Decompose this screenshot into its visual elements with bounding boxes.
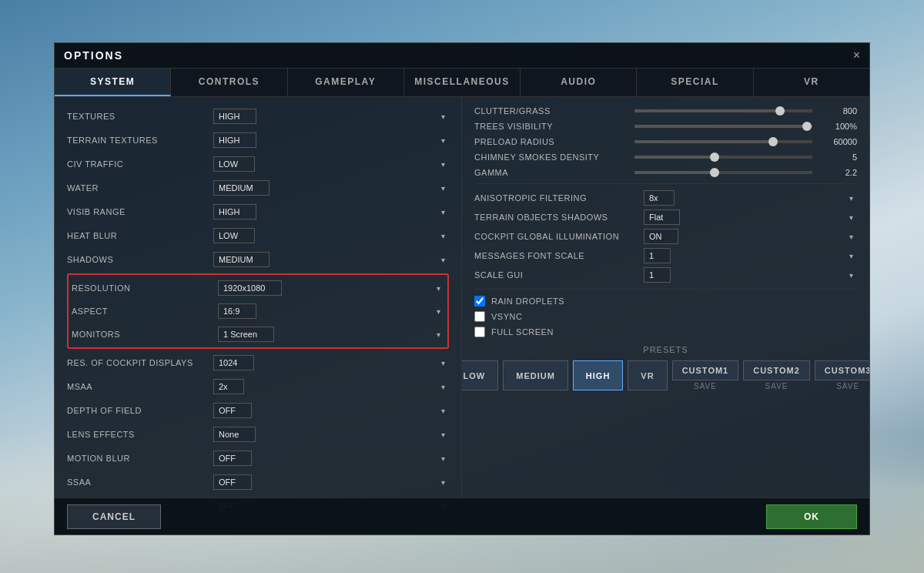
select-anisotropic[interactable]: 8x xyxy=(644,190,675,206)
slider-value-trees: 100% xyxy=(819,122,857,131)
slider-thumb-trees[interactable] xyxy=(802,122,812,131)
slider-thumb-gamma[interactable] xyxy=(710,168,719,177)
slider-fill-preload xyxy=(634,140,773,143)
select-aspect[interactable]: 16:9 xyxy=(218,303,256,319)
slider-thumb-chimney[interactable] xyxy=(710,152,719,162)
label-resolution: RESOLUTION xyxy=(72,283,218,293)
select-civ-traffic[interactable]: LOW xyxy=(213,156,255,172)
preset-btn-custom3[interactable]: Custom3 xyxy=(815,360,869,380)
slider-row-trees: TREES VISIBILITY 100% xyxy=(474,122,857,131)
checkbox-fullscreen[interactable] xyxy=(474,327,485,337)
select-wrapper-font-scale: 1 xyxy=(644,248,857,263)
preset-btn-custom1[interactable]: Custom1 xyxy=(672,360,739,380)
save-link-custom1[interactable]: SAVE xyxy=(694,382,717,390)
setting-row-visib-range: VISIB RANGE HIGH xyxy=(67,202,449,222)
label-terrain-shadows: Terrain Objects Shadows xyxy=(474,213,644,222)
slider-track-gamma[interactable] xyxy=(634,171,812,174)
tab-special[interactable]: SPECIAL xyxy=(637,69,753,96)
slider-value-clutter: 800 xyxy=(819,106,857,116)
setting-row-cockpit-displays: RES. OF COCKPIT DISPLAYS 1024 xyxy=(67,353,449,373)
select-wrapper-shadows: MEDIUM xyxy=(213,252,449,267)
preset-btn-medium[interactable]: MEDIUM xyxy=(503,360,568,390)
label-civ-traffic: CIV TRAFFIC xyxy=(67,159,213,169)
select-resolution[interactable]: 1920x1080 xyxy=(218,280,282,296)
slider-thumb-preload[interactable] xyxy=(768,137,778,146)
preset-btn-low[interactable]: LOW xyxy=(462,360,498,390)
content-area: TEXTURES HIGH TERRAIN TEXTURES HIGH CIV … xyxy=(55,97,869,519)
slider-track-trees[interactable] xyxy=(634,125,812,128)
slider-track-clutter[interactable] xyxy=(634,109,812,112)
setting-row-heat-blur: HEAT BLUR LOW xyxy=(67,226,449,246)
select-lens-effects[interactable]: None xyxy=(213,427,256,442)
preset-btn-high[interactable]: HIGH xyxy=(573,360,624,390)
tab-controls[interactable]: CONTROLS xyxy=(171,69,287,96)
checkbox-row-vsync: VSYNC xyxy=(474,311,857,322)
select-terrain-textures[interactable]: HIGH xyxy=(213,132,256,148)
tab-miscellaneous[interactable]: MISCELLANEOUS xyxy=(404,69,521,96)
highlighted-resolution-group: RESOLUTION 1920x1080 ASPECT 16:9 xyxy=(67,273,449,349)
select-terrain-shadows[interactable]: Flat xyxy=(644,209,680,225)
checkbox-rain[interactable] xyxy=(474,296,485,307)
select-wrapper-heat-blur: LOW xyxy=(213,228,449,243)
label-vsync: VSYNC xyxy=(491,312,522,321)
label-terrain-textures: TERRAIN TEXTURES xyxy=(67,136,213,145)
slider-row-preload: PRELOAD RADIUS 60000 xyxy=(474,137,857,146)
select-monitors[interactable]: 1 Screen xyxy=(218,327,274,342)
preset-btn-custom2[interactable]: Custom2 xyxy=(743,360,810,380)
label-lens-effects: LENS EFFECTS xyxy=(67,430,213,439)
left-panel: TEXTURES HIGH TERRAIN TEXTURES HIGH CIV … xyxy=(55,97,462,519)
select-ssaa[interactable]: OFF xyxy=(213,474,252,490)
setting-row-resolution: RESOLUTION 1920x1080 xyxy=(72,278,444,298)
label-anisotropic: ANISOTROPIC FILTERING xyxy=(474,193,644,203)
slider-thumb-clutter[interactable] xyxy=(775,106,785,116)
custom-btn-group-1: Custom1 SAVE xyxy=(672,360,739,390)
select-cockpit-displays[interactable]: 1024 xyxy=(213,355,254,370)
right-panel: CLUTTER/GRASS 800 TREES VISIBILITY 100% … xyxy=(462,97,869,519)
label-aspect: ASPECT xyxy=(72,307,218,316)
label-heat-blur: HEAT BLUR xyxy=(67,231,213,240)
save-link-custom2[interactable]: SAVE xyxy=(765,382,788,390)
slider-track-chimney[interactable] xyxy=(634,156,812,159)
label-ssaa: SSAA xyxy=(67,478,213,487)
setting-row-civ-traffic: CIV TRAFFIC LOW xyxy=(67,154,449,174)
select-scale-gui[interactable]: 1 xyxy=(644,267,671,283)
select-visib-range[interactable]: HIGH xyxy=(213,204,256,219)
label-cockpit-displays: RES. OF COCKPIT DISPLAYS xyxy=(67,358,213,367)
checkbox-vsync[interactable] xyxy=(474,311,485,322)
save-link-custom3[interactable]: SAVE xyxy=(836,382,859,390)
label-shadows: SHADOWS xyxy=(67,255,213,264)
setting-row-monitors: MONITORS 1 Screen xyxy=(72,324,444,344)
select-wrapper-monitors: 1 Screen xyxy=(218,327,444,342)
select-font-scale[interactable]: 1 xyxy=(644,248,671,263)
slider-track-preload[interactable] xyxy=(634,140,812,143)
select-wrapper-civ-traffic: LOW xyxy=(213,156,449,172)
select-depth-of-field[interactable]: OFF xyxy=(213,403,252,418)
select-wrapper-ssaa: OFF xyxy=(213,474,449,490)
slider-label-gamma: GAMMA xyxy=(474,168,628,177)
tab-gameplay[interactable]: GAMEPLAY xyxy=(288,69,404,96)
tab-system[interactable]: SYSTEM xyxy=(55,69,171,96)
slider-label-chimney: CHIMNEY SMOKES DENSITY xyxy=(474,152,628,162)
dropdown-row-scale-gui: SCALE GUI 1 xyxy=(474,267,857,283)
select-wrapper-cockpit-displays: 1024 xyxy=(213,355,449,370)
select-cockpit-illumination[interactable]: ON xyxy=(644,229,678,244)
select-msaa[interactable]: 2x xyxy=(213,379,244,394)
ok-button[interactable]: OK xyxy=(766,504,857,529)
select-shadows[interactable]: MEDIUM xyxy=(213,252,270,267)
select-wrapper-scale-gui: 1 xyxy=(644,267,857,283)
tab-vr[interactable]: VR xyxy=(754,69,869,96)
select-textures[interactable]: HIGH xyxy=(213,109,256,124)
label-water: WATER xyxy=(67,183,213,193)
close-button[interactable]: × xyxy=(853,49,860,62)
setting-row-shadows: SHADOWS MEDIUM xyxy=(67,250,449,270)
checkbox-row-fullscreen: FULL SCREEN xyxy=(474,327,857,337)
select-heat-blur[interactable]: LOW xyxy=(213,228,255,243)
select-motion-blur[interactable]: OFF xyxy=(213,451,252,466)
label-cockpit-illumination: COCKPIT GLOBAL ILLUMINATION xyxy=(474,232,644,241)
tab-audio[interactable]: AUDIO xyxy=(521,69,637,96)
dropdown-row-terrain-shadows: Terrain Objects Shadows Flat xyxy=(474,209,857,225)
setting-row-msaa: MSAA 2x xyxy=(67,377,449,397)
preset-btn-vr[interactable]: VR xyxy=(628,360,667,390)
cancel-button[interactable]: CANCEL xyxy=(67,504,161,529)
select-water[interactable]: MEDIUM xyxy=(213,180,270,196)
